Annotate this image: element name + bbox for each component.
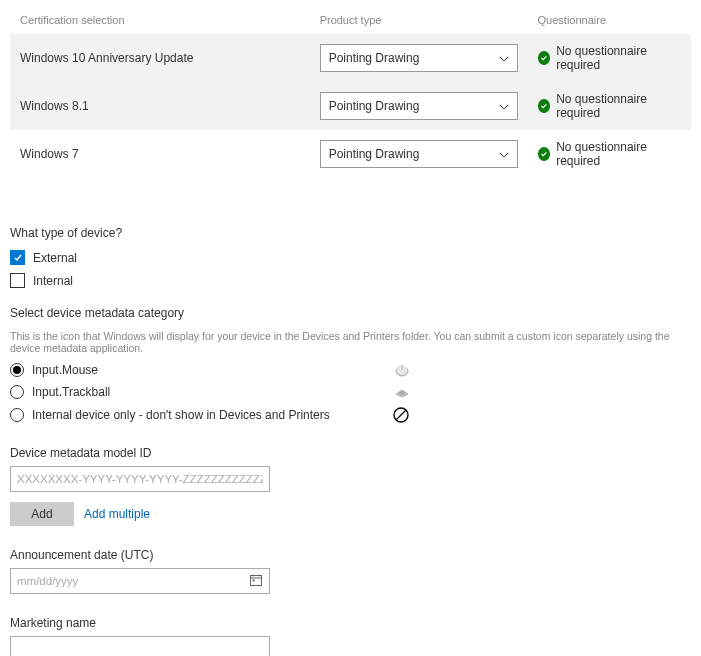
certification-table: Certification selection Product type Que…	[10, 10, 691, 178]
internal-checkbox[interactable]	[10, 273, 25, 288]
select-value: Pointing Drawing	[329, 51, 420, 65]
radio-internal-only-label: Internal device only - don't show in Dev…	[32, 408, 392, 422]
cert-name: Windows 10 Anniversary Update	[10, 34, 310, 82]
check-icon	[538, 99, 551, 113]
metadata-category-label: Select device metadata category	[10, 306, 691, 320]
metadata-hint: This is the icon that Windows will displ…	[10, 330, 691, 354]
status-text: No questionnaire required	[556, 92, 681, 120]
date-placeholder: mm/dd/yyyy	[17, 575, 78, 587]
radio-mouse-label: Input.Mouse	[32, 363, 392, 377]
table-row: Windows 10 Anniversary Update Pointing D…	[10, 34, 691, 82]
device-type-question: What type of device?	[10, 226, 691, 240]
select-value: Pointing Drawing	[329, 147, 420, 161]
marketing-name-input[interactable]	[10, 636, 270, 656]
mouse-icon	[392, 362, 412, 378]
external-label: External	[33, 251, 77, 265]
col-product-type: Product type	[310, 10, 528, 34]
announcement-date-input[interactable]: mm/dd/yyyy	[10, 568, 270, 594]
col-questionnaire: Questionnaire	[528, 10, 691, 34]
cert-name: Windows 7	[10, 130, 310, 178]
model-id-label: Device metadata model ID	[10, 446, 691, 460]
calendar-icon	[249, 573, 263, 589]
col-certification: Certification selection	[10, 10, 310, 34]
product-type-select[interactable]: Pointing Drawing	[320, 140, 518, 168]
svg-rect-6	[251, 576, 262, 586]
radio-mouse[interactable]	[10, 363, 24, 377]
marketing-name-label: Marketing name	[10, 616, 691, 630]
svg-line-5	[396, 410, 406, 420]
svg-point-3	[399, 391, 405, 395]
status-text: No questionnaire required	[556, 44, 681, 72]
announcement-label: Announcement date (UTC)	[10, 548, 691, 562]
external-checkbox[interactable]	[10, 250, 25, 265]
chevron-down-icon	[499, 51, 509, 65]
product-type-select[interactable]: Pointing Drawing	[320, 44, 518, 72]
chevron-down-icon	[499, 147, 509, 161]
table-row: Windows 8.1 Pointing Drawing No question…	[10, 82, 691, 130]
model-id-add-multiple-link[interactable]: Add multiple	[84, 507, 150, 521]
svg-rect-10	[253, 580, 255, 582]
trackball-icon	[392, 384, 412, 400]
radio-trackball[interactable]	[10, 385, 24, 399]
model-id-add-button[interactable]: Add	[10, 502, 74, 526]
check-icon	[538, 51, 551, 65]
status-text: No questionnaire required	[556, 140, 681, 168]
table-row: Windows 7 Pointing Drawing No questionna…	[10, 130, 691, 178]
product-type-select[interactable]: Pointing Drawing	[320, 92, 518, 120]
prohibited-icon	[392, 406, 410, 424]
cert-name: Windows 8.1	[10, 82, 310, 130]
model-id-input[interactable]	[10, 466, 270, 492]
radio-internal-only[interactable]	[10, 408, 24, 422]
chevron-down-icon	[499, 99, 509, 113]
radio-trackball-label: Input.Trackball	[32, 385, 392, 399]
check-icon	[538, 147, 551, 161]
select-value: Pointing Drawing	[329, 99, 420, 113]
internal-label: Internal	[33, 274, 73, 288]
